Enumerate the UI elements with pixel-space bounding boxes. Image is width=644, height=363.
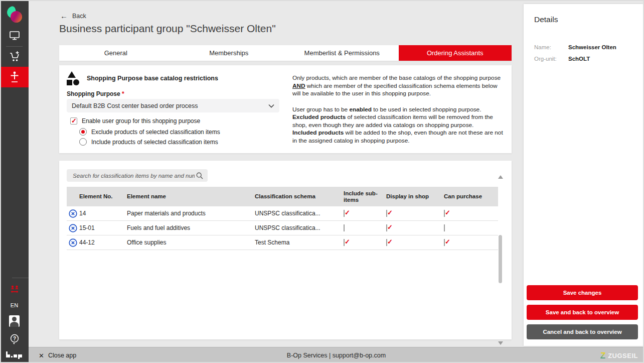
sidebar-item-profile[interactable]	[0, 315, 29, 327]
include-subitems-checkbox[interactable]	[344, 210, 345, 217]
enable-group-checkbox[interactable]	[70, 117, 77, 125]
enable-group-label: Enable user group for this shopping purp…	[82, 117, 200, 125]
sidebar-bottom: EN ?	[0, 278, 29, 363]
restrictions-card: Shopping Purpose base catalog restrictio…	[59, 65, 512, 153]
sidebar-item-user-switch[interactable]	[0, 284, 29, 295]
name-label: Name:	[534, 44, 568, 50]
sidebar-item-desktop[interactable]	[0, 30, 29, 41]
app-window: EN ? ←	[0, 0, 644, 363]
back-arrow-icon: ←	[60, 12, 68, 20]
details-title: Details	[534, 15, 558, 24]
remove-circle-x-icon	[69, 209, 77, 218]
shopping-purpose-label: Shopping Purpose *	[67, 90, 124, 97]
avatar-icon	[9, 315, 20, 327]
svg-text:?: ?	[13, 336, 16, 341]
display-in-shop-cell	[386, 224, 444, 231]
col-schema: Classification schema	[255, 193, 344, 200]
sidebar-item-participants-active[interactable]	[0, 67, 29, 87]
can-purchase-checkbox[interactable]	[444, 210, 445, 217]
table-row: 14 Paper materials and products UNSPSC c…	[67, 206, 498, 221]
exclude-products-radio[interactable]	[79, 128, 87, 136]
col-can-purchase: Can purchase	[444, 193, 498, 200]
classification-schema: Test Schema	[255, 239, 344, 246]
footer-bar: ✕ Close app B-Op Services | support@b-op…	[29, 347, 644, 363]
close-icon: ✕	[39, 352, 44, 359]
table-row: 15-01 Fuels and fuel additives UNSPSC cl…	[67, 221, 498, 235]
display-in-shop-checkbox[interactable]	[386, 210, 387, 217]
shopping-purpose-value: Default B2B Cost center based order proc…	[72, 102, 198, 109]
monitor-icon	[9, 30, 21, 41]
accessibility-person-icon	[9, 71, 21, 84]
remove-item-button[interactable]	[67, 238, 79, 247]
include-products-label: Include products of selected classificat…	[91, 139, 218, 146]
sidebar-item-shop[interactable]	[0, 50, 29, 63]
search-input[interactable]	[72, 172, 196, 179]
details-fields: Name: Schweisser Olten Org-unit: SchOLT	[534, 44, 616, 62]
details-buttons: Save changes Save and back to overview C…	[527, 285, 638, 339]
search-icon[interactable]	[196, 172, 204, 180]
can-purchase-cell	[444, 239, 498, 246]
shopping-purpose-select[interactable]: Default B2B Cost center based order proc…	[67, 99, 279, 112]
tab-general[interactable]: General	[59, 45, 173, 61]
include-subitems-checkbox[interactable]	[344, 239, 345, 246]
table-row: 44-12 Office supplies Test Schema	[67, 235, 498, 250]
zugseil-z-icon: Z	[600, 351, 605, 360]
name-value: Schweisser Olten	[568, 44, 616, 50]
include-products-row: Include products of selected classificat…	[79, 138, 218, 146]
remove-item-button[interactable]	[67, 224, 79, 232]
include-subitems-cell	[344, 239, 386, 246]
enable-group-row: Enable user group for this shopping purp…	[70, 117, 200, 125]
include-subitems-checkbox[interactable]	[344, 224, 345, 231]
language-selector[interactable]: EN	[0, 302, 29, 308]
chevron-down-icon	[268, 104, 274, 108]
close-app-label: Close app	[48, 352, 76, 359]
close-app-button[interactable]: ✕ Close app	[39, 352, 76, 359]
include-subitems-cell	[344, 224, 386, 231]
remove-circle-x-icon	[69, 224, 77, 232]
tab-memberlist-permissions[interactable]: Memberlist & Permissions	[285, 45, 399, 61]
b-op-logo	[6, 351, 24, 359]
required-marker: *	[122, 90, 124, 97]
scrollbar-thumb[interactable]	[499, 235, 502, 283]
scroll-down-arrow[interactable]	[498, 341, 503, 345]
page-title: Business participant group "Schweisser O…	[59, 23, 276, 35]
element-no: 15-01	[79, 224, 127, 231]
app-logo[interactable]	[0, 6, 29, 23]
can-purchase-checkbox[interactable]	[444, 239, 445, 246]
back-label: Back	[72, 13, 86, 20]
classification-table: Element No. Element name Classification …	[67, 187, 498, 250]
save-back-overview-button[interactable]: Save and back to overview	[527, 305, 638, 320]
sidebar-divider	[6, 46, 23, 47]
element-name: Fuels and fuel additives	[127, 224, 255, 231]
include-products-radio[interactable]	[79, 138, 87, 146]
back-button[interactable]: ← Back	[60, 12, 86, 20]
remove-item-button[interactable]	[67, 209, 79, 218]
scroll-up-arrow[interactable]	[498, 175, 503, 179]
col-element-name: Element name	[127, 193, 255, 200]
display-in-shop-checkbox[interactable]	[386, 239, 387, 246]
can-purchase-cell	[444, 224, 498, 231]
include-subitems-cell	[344, 210, 386, 217]
classification-card: Element No. Element name Classification …	[59, 161, 512, 339]
sidebar-item-help[interactable]: ?	[0, 333, 29, 345]
tab-ordering-assistants[interactable]: Ordering Assistants	[399, 45, 512, 61]
save-changes-button[interactable]: Save changes	[527, 285, 638, 300]
col-display-in-shop: Display in shop	[386, 193, 444, 200]
display-in-shop-checkbox[interactable]	[386, 224, 387, 231]
remove-circle-x-icon	[69, 238, 77, 247]
cancel-back-overview-button[interactable]: Cancel and back to overview	[527, 324, 638, 339]
element-name: Office supplies	[127, 239, 255, 246]
col-include-subitems: Include sub-items	[344, 190, 384, 203]
brand-logo-icon	[7, 7, 23, 23]
element-name: Paper materials and products	[127, 210, 255, 217]
zugseil-brand: Z ZUGSEIL	[600, 351, 638, 360]
info-paragraph: Only products, which are member of the b…	[292, 74, 507, 98]
classification-shapes-icon	[67, 71, 80, 85]
section-title: Shopping Purpose base catalog restrictio…	[87, 75, 218, 82]
tab-memberships[interactable]: Memberships	[173, 45, 286, 61]
table-body: 14 Paper materials and products UNSPSC c…	[67, 206, 498, 250]
can-purchase-checkbox[interactable]	[444, 224, 445, 231]
exclude-products-label: Exclude products of selected classificat…	[91, 129, 220, 136]
classification-schema: UNSPSC classificatica...	[255, 210, 344, 217]
zugseil-brand-name: ZUGSEIL	[608, 352, 638, 359]
